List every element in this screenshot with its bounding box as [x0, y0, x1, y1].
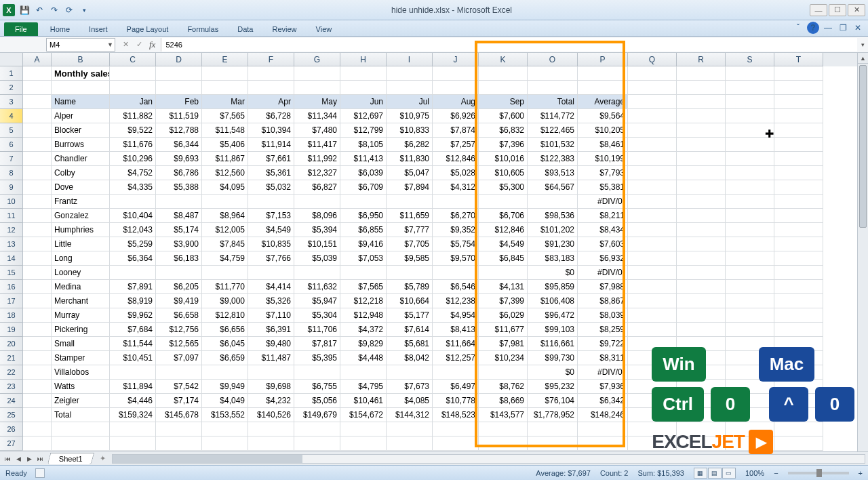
cell[interactable]	[156, 422, 202, 436]
cell[interactable]: $12,846	[433, 152, 479, 166]
cell[interactable]: $5,032	[248, 180, 294, 195]
cell[interactable]	[774, 294, 823, 308]
h-scroll-thumb[interactable]	[113, 455, 302, 463]
cell[interactable]	[23, 408, 52, 422]
cell[interactable]: $4,414	[248, 280, 294, 294]
cell[interactable]: $10,778	[433, 394, 479, 408]
cell[interactable]: Burrows	[52, 138, 110, 152]
cell[interactable]	[23, 337, 52, 351]
cell[interactable]: $159,324	[110, 408, 156, 422]
cell[interactable]	[52, 81, 110, 95]
cell[interactable]: Total	[528, 95, 578, 109]
cell[interactable]	[677, 294, 726, 308]
cell[interactable]: $6,845	[479, 251, 528, 266]
cell[interactable]	[479, 436, 528, 451]
cell[interactable]	[677, 81, 726, 95]
cell[interactable]	[433, 436, 479, 451]
cell[interactable]: Alper	[52, 109, 110, 123]
cell[interactable]	[340, 81, 387, 95]
cell[interactable]: #DIV/0!	[578, 365, 628, 380]
cell[interactable]	[156, 66, 202, 81]
cell[interactable]: $5,028	[433, 166, 479, 180]
cell[interactable]: $7,174	[156, 394, 202, 408]
cell[interactable]	[387, 422, 433, 436]
cell[interactable]	[628, 152, 677, 166]
cell[interactable]: Jan	[110, 95, 156, 109]
cell[interactable]: $5,304	[294, 308, 340, 323]
cell[interactable]	[387, 436, 433, 451]
cell[interactable]: $11,344	[294, 109, 340, 123]
cell[interactable]: $7,777	[387, 223, 433, 237]
cell[interactable]	[774, 95, 823, 109]
cell[interactable]: $10,605	[479, 166, 528, 180]
cell[interactable]: $10,199	[578, 152, 628, 166]
cell[interactable]: $3,900	[156, 237, 202, 251]
column-header[interactable]: O	[528, 53, 578, 66]
cell[interactable]	[23, 436, 52, 451]
cell[interactable]	[387, 365, 433, 380]
cell[interactable]: $7,793	[578, 166, 628, 180]
cell[interactable]	[23, 123, 52, 138]
cell[interactable]: $5,388	[156, 180, 202, 195]
cell[interactable]: $12,846	[479, 223, 528, 237]
cell[interactable]	[677, 180, 726, 195]
cell[interactable]: $10,016	[479, 152, 528, 166]
cell[interactable]	[726, 280, 774, 294]
cell[interactable]: $7,565	[202, 109, 248, 123]
cell[interactable]: $9,585	[387, 251, 433, 266]
cell[interactable]	[387, 66, 433, 81]
cell[interactable]	[23, 166, 52, 180]
cell[interactable]: Merchant	[52, 294, 110, 308]
cell[interactable]: $9,480	[248, 337, 294, 351]
cell[interactable]: Stamper	[52, 351, 110, 365]
cell[interactable]: $9,352	[433, 223, 479, 237]
insert-sheet-icon[interactable]: ✦	[97, 453, 109, 464]
cell[interactable]: $9,000	[202, 294, 248, 308]
cell[interactable]: $8,669	[479, 394, 528, 408]
cell[interactable]: $101,532	[528, 138, 578, 152]
cell[interactable]: Zeigler	[52, 394, 110, 408]
cell[interactable]: $4,549	[479, 237, 528, 251]
row-header[interactable]: 19	[0, 323, 23, 337]
cell[interactable]	[628, 123, 677, 138]
ribbon-tab-view[interactable]: View	[307, 22, 342, 36]
cell[interactable]	[774, 109, 823, 123]
cell[interactable]: $6,029	[479, 308, 528, 323]
cell[interactable]: Gonzalez	[52, 209, 110, 223]
cell[interactable]	[628, 180, 677, 195]
cell[interactable]	[479, 195, 528, 209]
cell[interactable]	[294, 365, 340, 380]
cell[interactable]: $7,396	[479, 138, 528, 152]
cell[interactable]: $5,361	[248, 166, 294, 180]
cell[interactable]: $116,661	[528, 337, 578, 351]
doc-minimize-icon[interactable]: —	[822, 22, 834, 34]
cell[interactable]: Aug	[433, 95, 479, 109]
cell[interactable]: $6,205	[156, 280, 202, 294]
cell[interactable]	[726, 237, 774, 251]
cell[interactable]: $6,282	[387, 138, 433, 152]
row-header[interactable]: 4	[0, 109, 23, 123]
cell[interactable]	[726, 95, 774, 109]
zoom-percent[interactable]: 100%	[745, 469, 764, 477]
cell[interactable]: $6,344	[156, 138, 202, 152]
cell[interactable]	[156, 266, 202, 280]
cell[interactable]	[677, 209, 726, 223]
cell[interactable]: $64,567	[528, 180, 578, 195]
cell[interactable]: $11,664	[433, 337, 479, 351]
cell[interactable]: Little	[52, 237, 110, 251]
cancel-formula-icon[interactable]: ✕	[119, 39, 132, 51]
cell[interactable]: $12,756	[156, 323, 202, 337]
cell[interactable]: $8,311	[578, 351, 628, 365]
cell[interactable]: $4,085	[387, 394, 433, 408]
cell[interactable]	[479, 422, 528, 436]
cell[interactable]	[726, 294, 774, 308]
cell[interactable]: $9,419	[156, 294, 202, 308]
cell[interactable]: $4,049	[202, 394, 248, 408]
column-header[interactable]: R	[677, 53, 726, 66]
cell[interactable]	[628, 323, 677, 337]
cell[interactable]	[202, 365, 248, 380]
cell[interactable]	[677, 66, 726, 81]
cell[interactable]: $10,461	[340, 394, 387, 408]
cell[interactable]: $6,039	[340, 166, 387, 180]
column-header[interactable]: K	[479, 53, 528, 66]
